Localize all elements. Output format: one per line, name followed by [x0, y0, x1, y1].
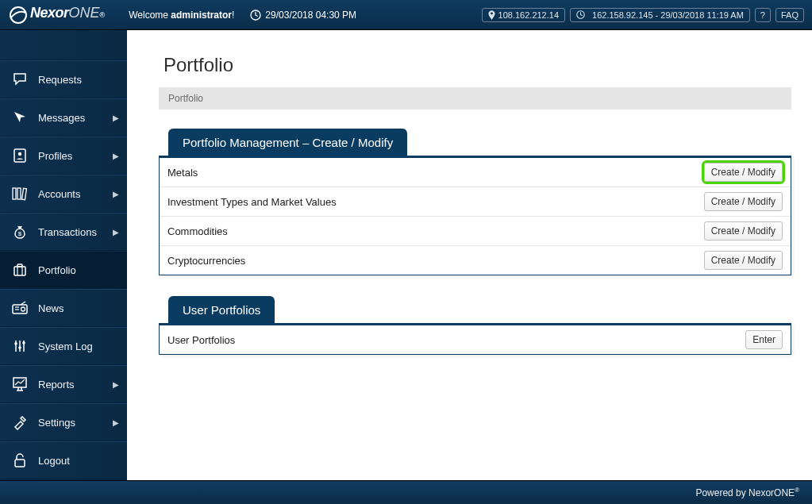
sidebar-item-label: Logout: [38, 455, 119, 467]
svg-rect-8: [22, 188, 27, 199]
panel-tab: User Portfolios: [168, 296, 275, 324]
table-row: Commodities Create / Modify: [160, 217, 791, 246]
last-login-value: 162.158.92.145 - 29/03/2018 11:19 AM: [592, 10, 744, 20]
svg-point-2: [491, 12, 493, 14]
svg-rect-7: [17, 188, 21, 199]
books-icon: [10, 186, 30, 202]
lock-icon: [10, 452, 30, 468]
header: NexorONE® Welcome administrator! 29/03/2…: [0, 0, 812, 30]
sidebar-item-profiles[interactable]: Profiles ▶: [0, 137, 127, 175]
sidebar-item-label: Messages: [38, 112, 113, 124]
sidebar-item-logout[interactable]: Logout: [0, 441, 127, 479]
svg-point-15: [21, 307, 25, 311]
speech-icon: [10, 71, 30, 87]
create-modify-button[interactable]: Create / Modify: [704, 163, 783, 182]
faq-button[interactable]: FAQ: [775, 8, 804, 22]
sidebar-item-label: News: [38, 302, 119, 314]
breadcrumb: Portfolio: [159, 87, 791, 110]
datetime-value: 29/03/2018 04:30 PM: [265, 10, 356, 21]
footer-text: Powered by NexorONE®: [695, 487, 799, 498]
sidebar-item-settings[interactable]: Settings ▶: [0, 403, 127, 441]
last-login-badge[interactable]: 162.158.92.145 - 29/03/2018 11:19 AM: [570, 8, 750, 22]
page-title: Portfolio: [164, 54, 791, 76]
logo-reg: ®: [100, 11, 106, 19]
sidebar-item-news[interactable]: News: [0, 289, 127, 327]
welcome-text: Welcome administrator!: [129, 10, 234, 21]
row-label: Commodities: [167, 225, 704, 237]
sidebar-item-accounts[interactable]: Accounts ▶: [0, 175, 127, 213]
help-button[interactable]: ?: [755, 8, 771, 22]
sidebar-item-label: Portfolio: [38, 264, 119, 276]
profile-icon: [10, 148, 30, 164]
row-label: Cryptocurrencies: [167, 255, 704, 267]
sidebar-item-label: System Log: [38, 340, 119, 352]
clock-icon: [576, 10, 585, 19]
chevron-right-icon: ▶: [113, 113, 119, 122]
create-modify-button[interactable]: Create / Modify: [704, 192, 783, 211]
panel-portfolio-management: Portfolio Management – Create / Modify M…: [159, 129, 791, 275]
table-row: Metals Create / Modify: [160, 158, 791, 187]
footer: Powered by NexorONE®: [0, 480, 812, 504]
logo-text-nexor: Nexor: [30, 5, 69, 21]
sidebar-item-portfolio[interactable]: Portfolio: [0, 251, 127, 289]
svg-rect-10: [14, 267, 25, 275]
panel-tab: Portfolio Management – Create / Modify: [168, 129, 407, 156]
table-row: Cryptocurrencies Create / Modify: [160, 246, 791, 275]
sidebar-item-label: Settings: [38, 417, 113, 429]
sidebar-item-label: Reports: [38, 379, 113, 391]
pin-icon: [488, 10, 495, 20]
svg-rect-11: [17, 264, 22, 267]
chevron-right-icon: ▶: [113, 190, 119, 198]
sidebar-item-reports[interactable]: Reports ▶: [0, 365, 127, 403]
chevron-right-icon: ▶: [113, 380, 119, 389]
tools-icon: [10, 414, 30, 430]
svg-rect-6: [13, 188, 16, 199]
create-modify-button[interactable]: Create / Modify: [704, 221, 783, 240]
sidebar-item-label: Requests: [38, 74, 119, 86]
help-label: ?: [760, 10, 765, 20]
table-row: Investment Types and Market Values Creat…: [160, 187, 791, 217]
sidebar-item-label: Profiles: [38, 150, 113, 162]
row-label: Investment Types and Market Values: [167, 196, 704, 208]
enter-button[interactable]: Enter: [745, 330, 783, 349]
svg-text:$: $: [18, 230, 22, 237]
datetime: 29/03/2018 04:30 PM: [250, 10, 356, 21]
sidebar-item-transactions[interactable]: $ Transactions ▶: [0, 213, 127, 251]
sidebar-item-label: Accounts: [38, 188, 113, 200]
svg-rect-29: [15, 460, 25, 467]
radio-icon: [10, 301, 30, 315]
sidebar-gap: [0, 30, 127, 60]
sidebar-item-messages[interactable]: Messages ▶: [0, 98, 127, 137]
row-label: Metals: [167, 167, 704, 179]
welcome-prefix: Welcome: [129, 10, 171, 21]
chevron-right-icon: ▶: [113, 418, 119, 427]
breadcrumb-item[interactable]: Portfolio: [168, 93, 203, 104]
footer-label: Powered by NexorONE: [695, 487, 795, 498]
table-row: User Portfolios Enter: [160, 325, 791, 354]
suitcase-icon: [10, 262, 30, 278]
ip-value: 108.162.212.14: [498, 10, 559, 20]
create-modify-button[interactable]: Create / Modify: [704, 251, 783, 270]
sidebar-item-system-log[interactable]: System Log: [0, 327, 127, 365]
row-label: User Portfolios: [167, 334, 745, 346]
svg-point-22: [18, 346, 21, 349]
logo[interactable]: NexorONE®: [8, 5, 105, 25]
faq-label: FAQ: [781, 10, 799, 20]
moneybag-icon: $: [10, 224, 30, 240]
main-content: Portfolio Portfolio Portfolio Management…: [127, 30, 812, 480]
cursor-icon: [10, 110, 30, 125]
footer-reg: ®: [795, 487, 799, 494]
svg-point-24: [22, 341, 25, 344]
welcome-suffix: !: [232, 10, 234, 21]
ip-badge[interactable]: 108.162.212.14: [482, 8, 565, 22]
logo-text-one: ONE: [69, 5, 100, 21]
sidebar-item-requests[interactable]: Requests: [0, 60, 127, 98]
panel-body: User Portfolios Enter: [159, 323, 791, 355]
chevron-right-icon: ▶: [113, 228, 119, 237]
panel-user-portfolios: User Portfolios User Portfolios Enter: [159, 296, 791, 355]
sidebar-item-label: Transactions: [38, 226, 113, 238]
sliders-icon: [10, 338, 30, 354]
clock-icon: [250, 10, 261, 21]
svg-point-5: [18, 152, 21, 156]
logo-swirl-icon: [8, 5, 29, 25]
